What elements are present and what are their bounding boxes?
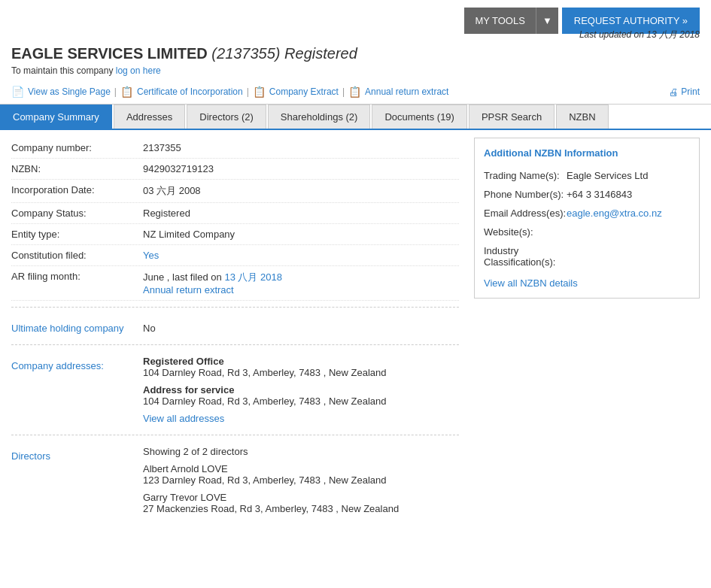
ultimate-holding-link[interactable]: Ultimate holding company	[11, 318, 143, 334]
entity-type-label: Entity type:	[11, 229, 143, 240]
printer-icon	[669, 86, 679, 98]
ultimate-holding-value: No	[143, 318, 459, 334]
nzbn-trading-name-value: Eagle Services Ltd	[567, 170, 690, 181]
my-tools-dropdown-button[interactable]: ▼	[536, 8, 558, 34]
director-2-address: 27 Mackenzies Road, Rd 3, Amberley, 7483…	[143, 503, 459, 514]
nzbn-website-row: Website(s):	[484, 223, 690, 241]
nzbn-phone-label: Phone Number(s):	[484, 189, 567, 200]
company-number-value: 2137355	[143, 142, 459, 153]
ar-filing-date-link[interactable]: 13 八月 2018	[224, 271, 282, 283]
view-all-addresses-link[interactable]: View all addresses	[143, 413, 459, 424]
section-divider-2	[11, 344, 459, 345]
nzbn-label: NZBN:	[11, 163, 143, 174]
nzbn-trading-name-label: Trading Name(s):	[484, 170, 567, 181]
ar-filing-value: June , last filed on 13 八月 2018 Annual r…	[143, 271, 459, 296]
my-tools-button[interactable]: MY TOOLS	[464, 8, 535, 34]
certificate-icon: 📋	[120, 86, 133, 98]
ar-filing-label: AR filing month:	[11, 271, 143, 282]
registered-office-heading: Registered Office	[143, 356, 224, 367]
nzbn-value: 9429032719123	[143, 163, 459, 174]
page-icon: 📄	[11, 86, 24, 98]
directors-showing-text: Showing 2 of 2 directors	[143, 446, 459, 457]
address-for-service-block: Address for service 104 Darnley Road, Rd…	[143, 384, 459, 407]
left-panel: Company number: 2137355 NZBN: 9429032719…	[11, 138, 459, 523]
director-1-name: Albert Arnold LOVE	[143, 463, 459, 474]
directors-row: Directors Showing 2 of 2 directors Alber…	[11, 441, 459, 523]
nzbn-email-label: Email Address(es):	[484, 208, 567, 219]
constitution-row: Constitution filed: Yes	[11, 245, 459, 266]
tab-documents[interactable]: Documents (19)	[372, 105, 466, 129]
certificate-link[interactable]: Certificate of Incorporation	[137, 86, 243, 97]
print-link[interactable]: Print	[669, 86, 700, 98]
company-number-label: Company number:	[11, 142, 143, 153]
constitution-yes-link[interactable]: Yes	[143, 250, 159, 261]
company-number-row: Company number: 2137355	[11, 138, 459, 159]
my-tools-label: MY TOOLS	[475, 15, 524, 26]
incorporation-date-value: 03 六月 2008	[143, 184, 459, 198]
main-content: Company number: 2137355 NZBN: 9429032719…	[0, 130, 711, 531]
incorporation-date-row: Incorporation Date: 03 六月 2008	[11, 180, 459, 203]
tab-shareholdings[interactable]: Shareholdings (2)	[268, 105, 371, 129]
section-divider-3	[11, 435, 459, 435]
view-all-nzbn-link[interactable]: View all NZBN details	[484, 277, 690, 289]
tabs-bar: Company Summary Addresses Directors (2) …	[0, 105, 711, 130]
right-panel: Additional NZBN Information Trading Name…	[474, 138, 700, 523]
director-2: Garry Trevor LOVE 27 Mackenzies Road, Rd…	[143, 492, 459, 514]
tab-addresses[interactable]: Addresses	[114, 105, 185, 129]
directors-link[interactable]: Directors	[11, 446, 143, 462]
nzbn-title: Additional NZBN Information	[484, 147, 690, 159]
nzbn-industry-label: Industry Classification(s):	[484, 245, 567, 268]
registered-office-block: Registered Office 104 Darnley Road, Rd 3…	[143, 356, 459, 378]
company-status-row: Company Status: Registered	[11, 203, 459, 224]
company-extract-link[interactable]: Company Extract	[269, 86, 339, 97]
nzbn-industry-row: Industry Classification(s):	[484, 241, 690, 271]
tab-nzbn[interactable]: NZBN	[556, 105, 608, 129]
tab-directors[interactable]: Directors (2)	[187, 105, 266, 129]
company-title: EAGLE SERVICES LIMITED (2137355) Registe…	[11, 45, 357, 62]
entity-type-value: NZ Limited Company	[143, 229, 459, 240]
nzbn-phone-value: +64 3 3146843	[567, 189, 690, 200]
maintain-text: To maintain this company log on here	[11, 65, 700, 76]
last-updated: Last updated on 13 八月 2018	[579, 29, 700, 41]
links-bar: 📄 View as Single Page | 📋 Certificate of…	[0, 80, 711, 105]
company-addresses-row: Company addresses: Registered Office 104…	[11, 351, 459, 429]
nzbn-email-link[interactable]: eagle.eng@xtra.co.nz	[567, 208, 662, 219]
company-addresses-value: Registered Office 104 Darnley Road, Rd 3…	[143, 356, 459, 424]
annual-icon: 📋	[348, 86, 361, 98]
tab-company-summary[interactable]: Company Summary	[0, 105, 112, 129]
nzbn-box: Additional NZBN Information Trading Name…	[474, 138, 700, 299]
director-1: Albert Arnold LOVE 123 Darnley Road, Rd …	[143, 463, 459, 486]
tab-ppsr-search[interactable]: PPSR Search	[469, 105, 555, 129]
ultimate-holding-row: Ultimate holding company No	[11, 314, 459, 338]
constitution-value: Yes	[143, 250, 459, 261]
nzbn-row: NZBN: 9429032719123	[11, 159, 459, 180]
ar-filing-row: AR filing month: June , last filed on 13…	[11, 266, 459, 301]
annual-return-link[interactable]: Annual return extract	[365, 86, 448, 97]
director-2-name: Garry Trevor LOVE	[143, 492, 459, 503]
nzbn-trading-name-row: Trading Name(s): Eagle Services Ltd	[484, 166, 690, 185]
director-1-address: 123 Darnley Road, Rd 3, Amberley, 7483 ,…	[143, 474, 459, 486]
view-single-page-link[interactable]: View as Single Page	[28, 86, 111, 97]
address-for-service-heading: Address for service	[143, 384, 234, 396]
annual-return-extract-link[interactable]: Annual return extract	[143, 284, 234, 296]
extract-icon: 📋	[253, 86, 266, 98]
constitution-label: Constitution filed:	[11, 250, 143, 261]
address-for-service-address: 104 Darnley Road, Rd 3, Amberley, 7483 ,…	[143, 396, 387, 407]
nzbn-phone-row: Phone Number(s): +64 3 3146843	[484, 185, 690, 204]
company-addresses-link[interactable]: Company addresses:	[11, 356, 143, 371]
section-divider-1	[11, 307, 459, 308]
nzbn-email-row: Email Address(es): eagle.eng@xtra.co.nz	[484, 204, 690, 223]
registered-office-address: 104 Darnley Road, Rd 3, Amberley, 7483 ,…	[143, 367, 387, 378]
incorporation-date-label: Incorporation Date:	[11, 184, 143, 195]
entity-type-row: Entity type: NZ Limited Company	[11, 224, 459, 245]
nzbn-email-value: eagle.eng@xtra.co.nz	[567, 208, 690, 219]
log-on-link[interactable]: log on here	[116, 65, 161, 76]
company-header: EAGLE SERVICES LIMITED (2137355) Registe…	[0, 41, 711, 80]
company-status-value: Registered	[143, 208, 459, 219]
company-status-label: Company Status:	[11, 208, 143, 219]
nzbn-website-label: Website(s):	[484, 226, 567, 238]
directors-value: Showing 2 of 2 directors Albert Arnold L…	[143, 446, 459, 519]
